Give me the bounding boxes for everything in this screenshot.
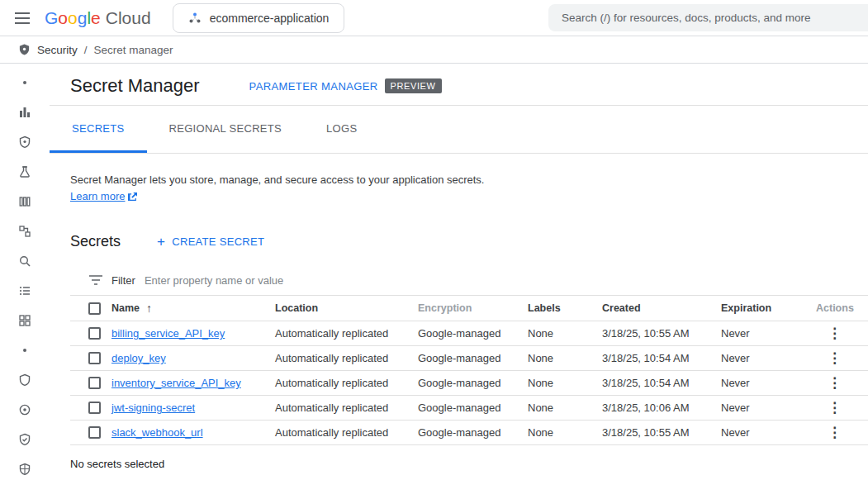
cell-location: Automatically replicated [275, 327, 418, 340]
shield-lock-icon [18, 135, 31, 149]
menu-icon [15, 12, 30, 24]
preview-badge: PREVIEW [385, 78, 442, 93]
sidebar-item-4[interactable] [0, 157, 50, 187]
cell-created: 3/18/25, 10:06 AM [602, 402, 721, 414]
secret-link[interactable]: billing_service_API_key [111, 327, 225, 340]
page-description: Secret Manager lets you store, manage, a… [70, 172, 847, 188]
google-cloud-logo[interactable]: Google Cloud [45, 8, 151, 28]
sidebar-item-11[interactable] [0, 365, 50, 395]
cell-created: 3/18/25, 10:54 AM [602, 352, 721, 364]
cloud-logo-text: Cloud [106, 8, 151, 28]
top-app-bar: Google Cloud ecommerce-application [0, 0, 868, 36]
row-checkbox[interactable] [88, 402, 101, 414]
page-title: Secret Manager [70, 74, 200, 97]
flask-icon [18, 165, 31, 178]
dot-icon [22, 80, 27, 85]
row-actions-menu-icon[interactable]: ⋮ [823, 349, 847, 368]
tab-bar: SECRETS REGIONAL SECRETS LOGS [50, 106, 868, 153]
filter-input[interactable] [145, 274, 868, 287]
sidebar-item-9[interactable] [0, 306, 50, 335]
row-actions-menu-icon[interactable]: ⋮ [823, 373, 847, 392]
row-checkbox[interactable] [88, 327, 101, 340]
row-actions-menu-icon[interactable]: ⋮ [823, 398, 847, 417]
project-name: ecommerce-application [210, 12, 330, 25]
secret-link[interactable]: jwt-signing-secret [111, 402, 195, 414]
cell-expiration: Never [721, 402, 816, 414]
cell-encryption: Google-managed [418, 377, 528, 389]
filter-bar: Filter [70, 265, 868, 296]
cell-labels: None [528, 426, 602, 439]
table-row: deploy_key Automatically replicated Goog… [70, 346, 868, 371]
cell-labels: None [528, 352, 602, 364]
table-header-row: Name ↑ Location Encryption Labels Create… [70, 296, 868, 321]
breadcrumb-separator: / [84, 44, 88, 56]
cell-expiration: Never [721, 352, 816, 364]
table-row: jwt-signing-secret Automatically replica… [70, 396, 868, 421]
sidebar-item-3[interactable] [0, 127, 50, 157]
cell-location: Automatically replicated [275, 352, 418, 364]
tab-secrets[interactable]: SECRETS [50, 106, 147, 153]
secret-link[interactable]: slack_webhook_url [111, 426, 203, 439]
sidebar-item-8[interactable] [0, 276, 50, 306]
create-secret-label: CREATE SECRET [172, 235, 264, 248]
cell-labels: None [528, 377, 602, 389]
secrets-section-title: Secrets [70, 233, 121, 250]
sort-ascending-icon: ↑ [146, 302, 152, 315]
filter-icon[interactable] [89, 275, 102, 285]
sidebar-item-6[interactable] [0, 216, 50, 246]
cell-labels: None [528, 402, 602, 414]
cell-created: 3/18/25, 10:55 AM [602, 426, 721, 439]
cell-expiration: Never [721, 426, 816, 439]
network-icon [18, 225, 31, 238]
tab-logs[interactable]: LOGS [304, 106, 379, 153]
secret-link[interactable]: deploy_key [111, 352, 166, 364]
sidebar-item-12[interactable] [0, 395, 50, 425]
sidebar-item-14[interactable] [0, 454, 50, 480]
list-icon [18, 284, 31, 297]
equalizer-icon [18, 106, 31, 119]
selection-status: No secrets selected [50, 445, 868, 470]
table-row: inventory_service_API_key Automatically … [70, 371, 868, 396]
sidebar-item-5[interactable] [0, 187, 50, 216]
column-header-labels: Labels [528, 302, 602, 314]
columns-icon [18, 195, 31, 208]
tab-regional-secrets[interactable]: REGIONAL SECRETS [147, 106, 305, 153]
column-header-name[interactable]: Name ↑ [111, 302, 275, 315]
cell-created: 3/18/25, 10:55 AM [602, 327, 721, 340]
sidebar-item-2[interactable] [0, 97, 50, 127]
project-selector[interactable]: ecommerce-application [173, 3, 345, 33]
parameter-manager-link[interactable]: PARAMETER MANAGER [249, 80, 378, 93]
search-input[interactable] [562, 12, 855, 24]
breadcrumb: Security / Secret manager [0, 36, 868, 64]
select-all-checkbox[interactable] [88, 302, 101, 315]
secret-link[interactable]: inventory_service_API_key [111, 377, 241, 389]
menu-button[interactable] [0, 0, 45, 36]
learn-more-label: Learn more [70, 188, 125, 205]
column-name-label: Name [111, 302, 140, 314]
sidebar-item-13[interactable] [0, 425, 50, 454]
create-secret-button[interactable]: + CREATE SECRET [157, 235, 264, 249]
cell-expiration: Never [721, 327, 816, 340]
row-checkbox[interactable] [88, 377, 101, 389]
table-row: slack_webhook_url Automatically replicat… [70, 421, 868, 445]
row-actions-menu-icon[interactable]: ⋮ [823, 324, 847, 343]
external-link-icon [128, 192, 137, 202]
row-checkbox[interactable] [88, 352, 101, 364]
cell-location: Automatically replicated [275, 426, 418, 439]
secrets-table: Name ↑ Location Encryption Labels Create… [70, 296, 868, 445]
sidebar-item-1[interactable] [0, 68, 50, 97]
sidebar-item-10[interactable] [0, 335, 50, 365]
cell-created: 3/18/25, 10:54 AM [602, 377, 721, 389]
globe-shield-icon [18, 463, 31, 476]
learn-more-link[interactable]: Learn more [70, 188, 137, 205]
row-checkbox[interactable] [88, 426, 101, 439]
filter-label: Filter [111, 274, 135, 287]
table-row: billing_service_API_key Automatically re… [70, 321, 868, 346]
cell-encryption: Google-managed [418, 402, 528, 414]
global-search [548, 4, 868, 31]
column-header-expiration: Expiration [721, 302, 816, 314]
cell-labels: None [528, 327, 602, 340]
breadcrumb-section[interactable]: Security [37, 44, 78, 56]
row-actions-menu-icon[interactable]: ⋮ [823, 423, 847, 442]
sidebar-item-7[interactable] [0, 246, 50, 276]
